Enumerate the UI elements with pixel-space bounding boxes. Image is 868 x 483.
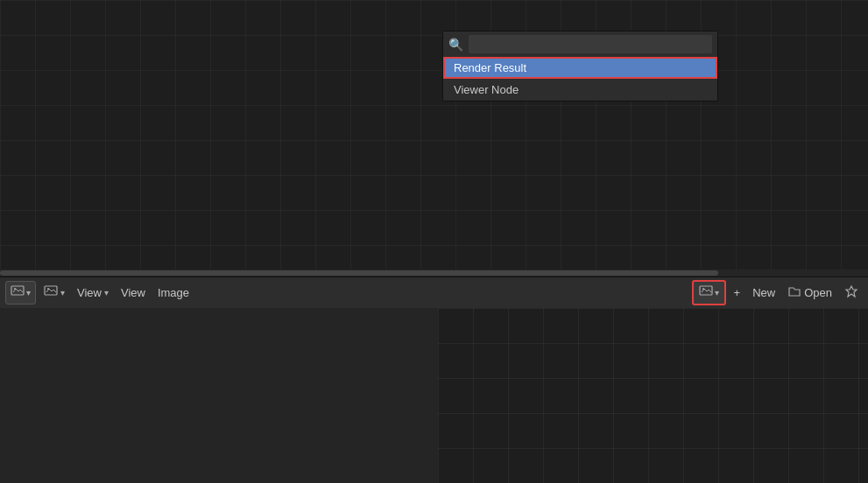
image-editor-icon: [11, 284, 25, 301]
svg-point-1: [14, 288, 16, 290]
image-menu-label: Image: [158, 286, 189, 299]
open-label: Open: [804, 286, 832, 299]
svg-point-3: [47, 288, 49, 290]
open-button[interactable]: Open: [783, 282, 836, 304]
new-button[interactable]: New: [748, 284, 780, 302]
view-icon-button[interactable]: ▾: [39, 282, 69, 304]
scrollbar-thumb: [0, 270, 718, 276]
dropdown-item-viewer-node[interactable]: Viewer Node: [443, 79, 717, 101]
toolbar: ▾ ▾ View ▾ View Image ▾: [0, 276, 868, 308]
add-button[interactable]: +: [730, 284, 745, 302]
bottom-left-panel: [0, 308, 438, 483]
new-label: New: [752, 286, 775, 299]
dropdown-item-render-result[interactable]: Render Result: [443, 57, 717, 79]
view-menu-label: View: [77, 286, 102, 299]
image-selector-icon: [699, 284, 713, 301]
view-image-icon: [44, 284, 58, 301]
svg-point-5: [702, 288, 704, 290]
pin-button[interactable]: [840, 282, 863, 304]
main-viewport: 🔍 Render Result Viewer Node: [0, 0, 868, 276]
editor-type-chevron: ▾: [26, 288, 31, 298]
view2-menu-button[interactable]: View: [116, 284, 150, 302]
grid-background: [0, 0, 868, 276]
image-selector-dropdown: 🔍 Render Result Viewer Node: [442, 31, 718, 102]
horizontal-scrollbar[interactable]: [0, 270, 868, 276]
editor-type-button[interactable]: ▾: [5, 281, 36, 304]
pin-icon: [844, 284, 858, 301]
folder-open-icon: [787, 284, 801, 301]
view-menu-chevron: ▾: [104, 288, 109, 298]
image-selector-chevron: ▾: [715, 288, 719, 298]
dropdown-search-bar: 🔍: [443, 32, 717, 57]
view-icon-chevron: ▾: [60, 288, 65, 298]
bottom-panel: [0, 308, 868, 483]
add-label: +: [734, 286, 741, 299]
bottom-right-panel: [438, 308, 868, 483]
dropdown-search-input[interactable]: [469, 35, 712, 53]
view2-menu-label: View: [121, 286, 145, 299]
view-menu-button[interactable]: View ▾: [73, 284, 113, 302]
image-selector-button[interactable]: ▾: [692, 280, 726, 305]
image-menu-button[interactable]: Image: [153, 284, 194, 302]
search-icon: 🔍: [448, 38, 463, 52]
